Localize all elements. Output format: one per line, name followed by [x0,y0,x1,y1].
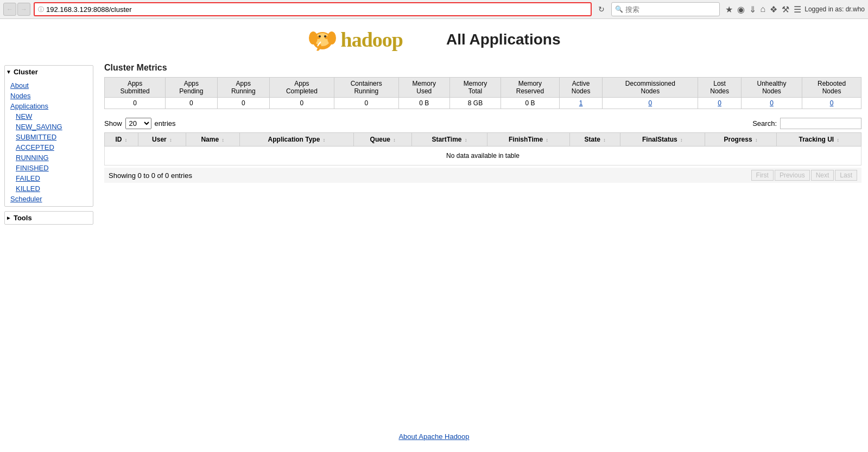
browser-toolbar: ← → ⓘ ↻ 🔍 ★ ◉ ⇓ ⌂ ❖ ⚒ ☰ Logged in as: dr… [0,0,868,18]
tools-section-header[interactable]: ► Tools [5,212,93,224]
tools-label: Tools [14,214,32,222]
download-icon[interactable]: ⇓ [749,4,756,15]
col-header-name[interactable]: Name ↕ [186,133,239,147]
home-icon[interactable]: ⌂ [761,4,766,14]
shield-icon[interactable]: ◉ [737,4,745,15]
sidebar-item-killed[interactable]: KILLED [5,183,93,194]
table-footer: Showing 0 to 0 of 0 entries First Previo… [104,168,861,183]
metric-value-memory-used: 0 B [398,98,449,109]
browser-chrome: ← → ⓘ ↻ 🔍 ★ ◉ ⇓ ⌂ ❖ ⚒ ☰ Logged in as: dr… [0,0,868,19]
nav-buttons: ← → [3,3,30,16]
sidebar-item-new-saving[interactable]: NEW_SAVING [5,122,93,132]
about-apache-hadoop-link[interactable]: About Apache Hadoop [398,432,469,441]
first-page-button[interactable]: First [751,170,774,181]
metric-value-apps-submitted: 0 [105,98,166,109]
metric-value-memory-reserved: 0 B [501,98,560,109]
col-header-tracking-ui[interactable]: Tracking UI ↕ [777,133,861,147]
col-header-progress[interactable]: Progress ↕ [705,133,777,147]
sidebar-item-running[interactable]: RUNNING [5,152,93,163]
sort-icon-user: ↕ [169,137,172,143]
sidebar-item-failed[interactable]: FAILED [5,173,93,183]
show-entries: Show 10 20 25 50 100 entries [104,118,176,129]
sort-icon-progress: ↕ [755,137,758,143]
browser-search-input[interactable] [625,5,701,14]
sidebar-item-new[interactable]: NEW [5,111,93,122]
col-header-starttime[interactable]: StartTime ↕ [412,133,487,147]
main-layout: ▼ Cluster About Nodes Applications NEW N… [0,59,868,424]
metric-header-apps-submitted: AppsSubmitted [105,78,166,98]
hadoop-logo: hadoop [308,24,403,54]
pagination-buttons: First Previous Next Last [751,170,857,181]
back-button[interactable]: ← [3,3,16,16]
metric-header-rebooted-nodes: RebootedNodes [802,78,861,98]
sidebar-item-scheduler[interactable]: Scheduler [5,194,93,204]
bookmark-star-icon[interactable]: ★ [725,4,733,15]
svg-point-7 [324,35,326,37]
metric-header-apps-pending: AppsPending [166,78,217,98]
reload-button[interactable]: ↻ [595,3,608,16]
sidebar: ▼ Cluster About Nodes Applications NEW N… [0,63,98,419]
browser-icons: ★ ◉ ⇓ ⌂ ❖ ⚒ ☰ [725,4,802,15]
address-bar-icon: ⓘ [38,5,44,14]
metric-value-unhealthy-nodes[interactable]: 0 [741,98,802,109]
tools-arrow-icon: ► [6,215,11,221]
cluster-section-header[interactable]: ▼ Cluster [5,66,93,78]
page-wrapper: hadoop All Applications ▼ Cluster About … [0,19,868,449]
page-header: hadoop All Applications [0,19,868,59]
sort-icon-starttime: ↕ [465,137,467,143]
metric-value-decommissioned-nodes[interactable]: 0 [603,98,698,109]
sort-icon-queue: ↕ [393,137,396,143]
hadoop-elephant-icon [308,24,338,54]
sidebar-item-about[interactable]: About [5,80,93,91]
previous-page-button[interactable]: Previous [775,170,810,181]
svg-point-5 [327,31,336,44]
tools-section: ► Tools [4,211,93,225]
address-bar-wrap: ⓘ [34,2,592,16]
entries-select[interactable]: 10 20 25 50 100 [125,118,151,129]
metric-header-apps-completed: AppsCompleted [270,78,334,98]
sort-icon-state: ↕ [603,137,606,143]
menu-icon[interactable]: ☰ [794,4,801,15]
metric-header-memory-used: MemoryUsed [398,78,449,98]
cluster-arrow-icon: ▼ [6,69,11,75]
table-search-input[interactable] [780,118,861,129]
sidebar-item-submitted[interactable]: SUBMITTED [5,132,93,142]
col-header-user[interactable]: User ↕ [138,133,186,147]
col-header-queue[interactable]: Queue ↕ [354,133,412,147]
forward-button[interactable]: → [17,3,30,16]
search-bar-wrap: 🔍 [611,2,720,16]
sidebar-item-applications[interactable]: Applications [5,101,93,111]
metric-value-containers-running: 0 [334,98,398,109]
svg-point-4 [309,31,318,44]
col-header-state[interactable]: State ↕ [570,133,620,147]
no-data-row: No data available in table [105,147,861,165]
metric-header-unhealthy-nodes: UnhealthyNodes [741,78,802,98]
address-bar[interactable] [46,5,587,14]
no-data-cell: No data available in table [105,147,861,165]
extensions-icon[interactable]: ⚒ [782,4,789,15]
sidebar-item-accepted[interactable]: ACCEPTED [5,142,93,152]
sidebar-item-nodes[interactable]: Nodes [5,91,93,101]
metric-value-apps-completed: 0 [270,98,334,109]
sort-icon-finishtime: ↕ [546,137,548,143]
shield2-icon[interactable]: ❖ [770,4,777,15]
metric-value-active-nodes[interactable]: 1 [559,98,603,109]
col-header-id[interactable]: ID ↕ [105,133,138,147]
last-page-button[interactable]: Last [835,170,857,181]
showing-text: Showing 0 to 0 of 0 entries [109,171,192,180]
next-page-button[interactable]: Next [811,170,834,181]
sort-icon-app-type: ↕ [323,137,326,143]
metrics-table: AppsSubmitted AppsPending AppsRunning Ap… [104,77,861,109]
col-header-application-type[interactable]: Application Type ↕ [239,133,354,147]
col-header-finishtime[interactable]: FinishTime ↕ [487,133,570,147]
sidebar-item-finished[interactable]: FINISHED [5,163,93,173]
metric-value-apps-pending: 0 [166,98,217,109]
content-area: Cluster Metrics AppsSubmitted AppsPendin… [98,63,868,419]
show-label: Show [104,119,122,128]
search-icon: 🔍 [615,5,623,13]
metric-header-containers-running: ContainersRunning [334,78,398,98]
col-header-finalstatus[interactable]: FinalStatus ↕ [620,133,705,147]
cluster-label: Cluster [14,68,38,76]
metric-value-lost-nodes[interactable]: 0 [698,98,742,109]
metric-value-rebooted-nodes[interactable]: 0 [802,98,861,109]
